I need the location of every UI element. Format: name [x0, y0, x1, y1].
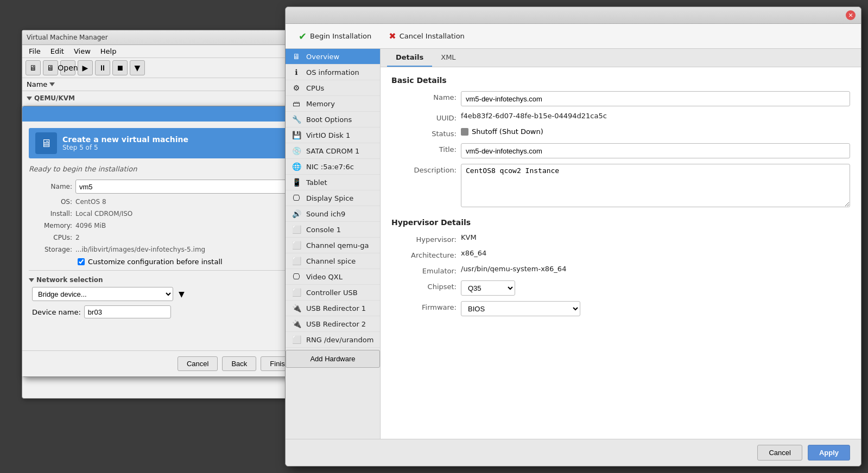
- form-storage-row: Storage: ...ib/libvirt/images/dev-infote…: [29, 246, 298, 253]
- cancel-button[interactable]: Cancel: [178, 356, 218, 371]
- sidebar-item-os-information[interactable]: ℹ OS information: [286, 65, 380, 80]
- sidebar-item-virtio-disk[interactable]: 💾 VirtIO Disk 1: [286, 127, 380, 143]
- sidebar-item-boot-label: Boot Options: [306, 116, 352, 124]
- customize-checkbox[interactable]: [78, 258, 85, 265]
- sidebar-item-console-1[interactable]: ⬜ Console 1: [286, 222, 380, 238]
- menu-view[interactable]: View: [69, 46, 95, 56]
- sidebar-item-nic[interactable]: 🌐 NIC :5a:e7:6c: [286, 159, 380, 175]
- sidebar-item-nic-label: NIC :5a:e7:6c: [306, 163, 354, 171]
- detail-title-input[interactable]: [461, 143, 850, 158]
- toolbar-more-icon[interactable]: ▼: [130, 60, 145, 75]
- tabs-bar: Details XML: [381, 49, 861, 67]
- form-memory-label: Memory:: [29, 222, 72, 229]
- detail-description-input[interactable]: CentOS8 qcow2 Instance: [461, 164, 850, 207]
- nic-icon: 🌐: [291, 162, 302, 171]
- sidebar-item-display-spice[interactable]: 🖵 Display Spice: [286, 190, 380, 206]
- toolbar-monitor-icon[interactable]: 🖥: [26, 60, 41, 75]
- toolbar-pause-icon[interactable]: ⏸: [95, 60, 110, 75]
- cancel-installation-action[interactable]: ✖ Cancel Installation: [384, 29, 469, 43]
- create-vm-header-item: 🖥 Create a new virtual machine Step 5 of…: [29, 128, 298, 158]
- sidebar-item-controller-usb[interactable]: ⬜ Controller USB: [286, 285, 380, 301]
- tab-details[interactable]: Details: [387, 49, 432, 67]
- customize-label: Customize configuration before install: [88, 258, 223, 266]
- detail-chipset-row: Chipset: Q35 i440FX: [391, 280, 850, 296]
- detail-description-row: Description: CentOS8 qcow2 Instance: [391, 164, 850, 207]
- sidebar-item-channel-spice-label: Channel spice: [306, 257, 356, 265]
- menu-file[interactable]: File: [24, 46, 45, 56]
- create-vm-subtitle: Ready to begin the installation: [29, 165, 298, 173]
- sidebar-item-virtio-label: VirtIO Disk 1: [306, 131, 350, 139]
- form-name-input[interactable]: [75, 180, 298, 194]
- main-apply-button[interactable]: Apply: [808, 445, 850, 461]
- channel-qemu-icon: ⬜: [291, 241, 302, 250]
- sidebar-item-sound-ich9[interactable]: 🔊 Sound ich9: [286, 206, 380, 222]
- create-vm-titlebar: ✕: [22, 106, 305, 122]
- sidebar-item-overview[interactable]: 🖥 Overview: [286, 49, 380, 65]
- toolbar-screen-icon[interactable]: 🖥: [43, 60, 58, 75]
- sidebar-item-rng-label: RNG /dev/urandom: [306, 336, 373, 344]
- network-collapse-icon[interactable]: [29, 278, 34, 282]
- sidebar-item-usb-redirector-1[interactable]: 🔌 USB Redirector 1: [286, 301, 380, 316]
- controller-usb-icon: ⬜: [291, 288, 302, 297]
- tab-xml[interactable]: XML: [432, 49, 464, 67]
- detail-firmware-select[interactable]: BIOS UEFI: [461, 301, 580, 316]
- vm-group-collapse-icon[interactable]: [27, 97, 32, 100]
- sidebar-item-sound-label: Sound ich9: [306, 210, 345, 218]
- form-memory-row: Memory: 4096 MiB: [29, 222, 298, 229]
- open-label: Open: [58, 63, 78, 72]
- form-os-row: OS: CentOS 8: [29, 198, 298, 206]
- detail-uuid-label: UUID:: [391, 112, 457, 122]
- toolbar-play-icon[interactable]: ▶: [78, 60, 93, 75]
- sidebar-item-cpus-label: CPUs: [306, 84, 324, 92]
- main-dialog-body: 🖥 Overview ℹ OS information ⚙ CPUs 🗃 Mem…: [286, 49, 861, 439]
- bg-menubar: File Edit View Help: [22, 45, 303, 58]
- create-vm-title: Create a new virtual machine: [62, 135, 188, 144]
- begin-installation-action[interactable]: ✔ Begin Installation: [294, 28, 376, 44]
- status-badge: Shutoff (Shut Down): [461, 127, 543, 136]
- main-dialog-close-btn[interactable]: ✕: [846, 10, 856, 20]
- usb-redirector-2-icon: 🔌: [291, 319, 302, 328]
- sidebar-item-tablet-label: Tablet: [306, 178, 327, 187]
- toolbar-stop-icon[interactable]: ⏹: [112, 60, 128, 75]
- network-section: Network selection Bridge device... ▼ Dev…: [29, 276, 298, 318]
- toolbar-open-btn[interactable]: Open: [60, 60, 75, 75]
- sidebar-item-channel-qemu-ga[interactable]: ⬜ Channel qemu-ga: [286, 238, 380, 253]
- memory-icon: 🗃: [291, 99, 302, 108]
- sidebar-item-cpus[interactable]: ⚙ CPUs: [286, 80, 380, 96]
- sidebar-item-memory[interactable]: 🗃 Memory: [286, 96, 380, 112]
- sidebar-item-boot-options[interactable]: 🔧 Boot Options: [286, 112, 380, 127]
- sidebar-item-os-info-label: OS information: [306, 68, 359, 76]
- network-bridge-select[interactable]: Bridge device...: [32, 287, 173, 301]
- tablet-icon: 📱: [291, 178, 302, 187]
- sidebar-item-sata-label: SATA CDROM 1: [306, 147, 359, 155]
- menu-help[interactable]: Help: [96, 46, 121, 56]
- detail-hypervisor-label: Hypervisor:: [391, 233, 457, 244]
- detail-name-input[interactable]: [461, 91, 850, 106]
- add-hardware-button[interactable]: Add Hardware: [286, 350, 380, 368]
- overview-icon: 🖥: [291, 52, 302, 61]
- bg-titlebar: Virtual Machine Manager: [22, 30, 303, 45]
- detail-status-row: Status: Shutoff (Shut Down): [391, 127, 850, 138]
- menu-edit[interactable]: Edit: [46, 46, 68, 56]
- main-dialog-titlebar: ✕: [286, 7, 861, 24]
- main-cancel-button[interactable]: Cancel: [757, 445, 802, 461]
- back-button[interactable]: Back: [222, 356, 256, 371]
- sidebar-item-video-qxl[interactable]: 🖵 Video QXL: [286, 269, 380, 285]
- detail-chipset-select[interactable]: Q35 i440FX: [461, 280, 515, 296]
- sidebar-item-rng[interactable]: ⬜ RNG /dev/urandom: [286, 332, 380, 348]
- detail-emulator-row: Emulator: /usr/bin/qemu-system-x86_64: [391, 265, 850, 275]
- detail-emulator-label: Emulator:: [391, 265, 457, 275]
- network-dropdown-icon[interactable]: ▼: [179, 290, 185, 298]
- detail-firmware-label: Firmware:: [391, 301, 457, 311]
- sidebar-item-sata-cdrom[interactable]: 💿 SATA CDROM 1: [286, 143, 380, 159]
- sidebar-item-channel-spice[interactable]: ⬜ Channel spice: [286, 253, 380, 269]
- name-dropdown-icon[interactable]: [49, 82, 55, 86]
- cancel-install-icon: ✖: [389, 31, 396, 41]
- detail-uuid-row: UUID: f4eb83f2-6d07-48fe-b15e-04494d21ca…: [391, 112, 850, 122]
- sidebar-item-tablet[interactable]: 📱 Tablet: [286, 175, 380, 190]
- sidebar-item-usb-redirector-2[interactable]: 🔌 USB Redirector 2: [286, 316, 380, 332]
- detail-description-label: Description:: [391, 164, 457, 174]
- console-icon: ⬜: [291, 225, 302, 234]
- form-install-label: Install:: [29, 210, 72, 218]
- device-name-input[interactable]: [84, 305, 171, 318]
